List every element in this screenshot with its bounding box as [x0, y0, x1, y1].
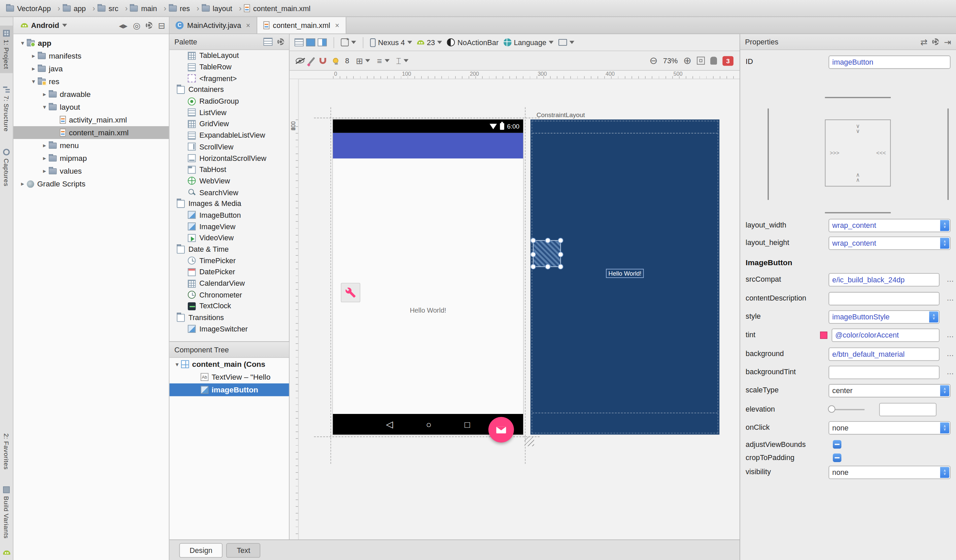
tint-input[interactable]: @color/colorAccent	[832, 328, 940, 342]
elevation-slider-thumb[interactable]	[828, 405, 835, 413]
project-tree-item[interactable]: layout	[13, 100, 169, 113]
palette-item[interactable]: VideoView	[170, 232, 289, 244]
palette-view-mode-icon[interactable]	[263, 38, 272, 46]
selection-handle[interactable]	[558, 252, 563, 257]
breadcrumb-item[interactable]: layout	[202, 4, 241, 13]
tree-expand-arrow-icon[interactable]	[18, 40, 27, 46]
project-tree-item[interactable]: values	[13, 165, 169, 177]
breadcrumb-item[interactable]: content_main.xml	[244, 4, 311, 13]
palette-item[interactable]: Date & Time	[170, 244, 289, 255]
tree-expand-arrow-icon[interactable]	[29, 78, 38, 85]
design-view-icon[interactable]	[294, 38, 303, 46]
resize-handle-icon[interactable]	[524, 436, 534, 446]
breadcrumb-item[interactable]: VectorApp	[6, 4, 60, 13]
error-count-badge[interactable]: 3	[722, 56, 733, 66]
tool-window-button[interactable]: 1: Project	[0, 25, 13, 74]
palette-item[interactable]: Images & Media	[170, 198, 289, 210]
project-tree-item[interactable]: java	[13, 62, 169, 75]
stepper-icon[interactable]	[940, 220, 949, 231]
editor-mode-tab[interactable]: Text	[226, 543, 261, 557]
breadcrumb-item[interactable]: src	[97, 4, 127, 13]
selection-handle[interactable]	[558, 264, 563, 269]
default-margin-value[interactable]: 8	[345, 56, 349, 65]
selection-handle[interactable]	[558, 238, 563, 243]
design-surface[interactable]: 6:00 Hello World! ◁ ○ □	[333, 119, 523, 435]
pack-dropdown[interactable]: ≡	[377, 56, 390, 65]
tree-expand-arrow-icon[interactable]	[40, 104, 49, 110]
palette-item[interactable]: TableRow	[170, 61, 289, 73]
pan-hand-icon[interactable]	[710, 56, 717, 64]
tool-window-button[interactable]: Build Variants	[0, 482, 13, 543]
browse-resource-button[interactable]: …	[945, 275, 954, 283]
zoom-in-icon[interactable]: ⊕	[683, 56, 692, 66]
collapse-all-icon[interactable]: ⊟	[158, 21, 165, 29]
palette-item[interactable]: DatePicker	[170, 267, 289, 278]
tree-expand-arrow-icon[interactable]	[40, 168, 49, 174]
breadcrumb-item[interactable]: app	[63, 4, 95, 13]
textview-hello-world[interactable]: Hello World!	[333, 307, 523, 314]
theme-selector[interactable]: NoActionBar	[447, 38, 498, 46]
project-tree-item[interactable]: app	[13, 37, 169, 49]
swap-panels-icon[interactable]: ⇄	[920, 38, 928, 46]
tree-expand-arrow-icon[interactable]	[40, 142, 49, 149]
gear-icon[interactable]	[146, 22, 153, 28]
palette-item[interactable]: ImageView	[170, 221, 289, 232]
autoconnect-magnet-icon[interactable]	[319, 58, 326, 64]
stepper-icon[interactable]	[940, 467, 949, 478]
blueprint-imagebutton-selected[interactable]	[533, 240, 561, 267]
editor-tab[interactable]: MainActivity.java ×	[170, 17, 257, 34]
selection-handle[interactable]	[530, 252, 536, 257]
project-tree-item[interactable]: mipmap	[13, 152, 169, 165]
target-device-selector[interactable]	[558, 39, 574, 46]
stepper-icon[interactable]	[940, 238, 949, 249]
tree-expand-arrow-icon[interactable]	[40, 91, 49, 97]
component-tree-item[interactable]: TextView – "Hello	[170, 370, 289, 383]
navigate-back-forward-icon[interactable]: ◂▸	[119, 21, 127, 29]
palette-item[interactable]: TableLayout	[170, 50, 289, 61]
visibility-dropdown[interactable]: none	[829, 466, 950, 479]
tree-expand-arrow-icon[interactable]	[29, 65, 38, 72]
locate-icon[interactable]: ◎	[133, 21, 140, 29]
selection-handle[interactable]	[530, 238, 536, 243]
palette-item[interactable]: ImageSwitcher	[170, 323, 289, 335]
project-tree-item[interactable]: content_main.xml	[13, 126, 169, 139]
palette-item[interactable]: ImageButton	[170, 209, 289, 221]
elevation-slider-track[interactable]	[830, 409, 865, 410]
blueprint-surface[interactable]: Hello World!	[530, 119, 719, 435]
component-tree-item[interactable]: content_main (Cons	[170, 358, 289, 370]
selection-handle[interactable]	[545, 238, 550, 243]
palette-item[interactable]: RadioGroup	[170, 96, 289, 107]
palette-item[interactable]: Containers	[170, 84, 289, 96]
constraint-widget-box[interactable]: ∨∨ ∧∧ >>> <<<	[825, 119, 891, 187]
tree-expand-arrow-icon[interactable]	[18, 180, 27, 187]
contentdescription-input[interactable]	[829, 292, 940, 306]
breadcrumb-item[interactable]: main	[130, 4, 167, 13]
floating-action-button[interactable]	[489, 417, 514, 442]
layout-height-dropdown[interactable]: wrap_content	[829, 237, 950, 250]
palette-item[interactable]: ExpandableListView	[170, 130, 289, 141]
project-tree-item[interactable]: res	[13, 75, 169, 88]
browse-resource-button[interactable]: …	[945, 349, 954, 358]
onclick-dropdown[interactable]: none	[829, 421, 950, 435]
show-decorations-icon[interactable]	[296, 58, 304, 63]
adjustviewbounds-checkbox[interactable]	[833, 440, 841, 449]
component-tree-item[interactable]: imageButton	[170, 383, 289, 396]
project-tree-item[interactable]: manifests	[13, 49, 169, 62]
palette-item[interactable]: ScrollView	[170, 141, 289, 152]
palette-item[interactable]: GridView	[170, 118, 289, 130]
zoom-out-icon[interactable]: ⊖	[649, 56, 657, 66]
croptopadding-checkbox[interactable]	[833, 454, 841, 462]
palette-item[interactable]: TextClock	[170, 301, 289, 312]
stepper-icon[interactable]	[940, 422, 949, 433]
tool-window-button[interactable]: 2: Favorites	[0, 419, 13, 474]
project-tree-item[interactable]: Gradle Scripts	[13, 177, 169, 190]
margins-dropdown[interactable]: ⊞	[356, 56, 370, 65]
scaletype-dropdown[interactable]: center	[829, 384, 950, 397]
blueprint-textview[interactable]: Hello World!	[606, 269, 644, 278]
editor-mode-tab[interactable]: Design	[179, 543, 223, 557]
elevation-input[interactable]	[879, 403, 937, 416]
device-selector[interactable]: Nexus 4	[370, 38, 412, 46]
palette-item[interactable]: Transitions	[170, 312, 289, 323]
palette-item[interactable]: TabHost	[170, 164, 289, 175]
zoom-to-fit-icon[interactable]	[697, 56, 705, 64]
